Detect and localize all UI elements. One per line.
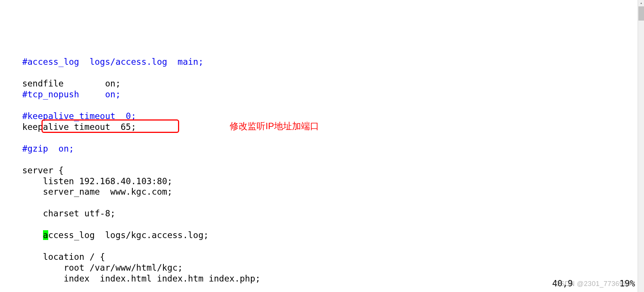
config-line-keepalive: keepalive_timeout 65; [1,122,136,132]
config-comment: #access_log logs/access.log main; [1,57,203,67]
config-line-accesslog: access_log logs/kgc.access.log; [1,230,209,240]
scroll-up-arrow[interactable]: ▴ [638,0,644,6]
config-comment: #keepalive_timeout 0; [1,111,136,121]
config-line-root: root /var/www/html/kgc; [1,263,183,273]
config-line-charset: charset utf-8; [1,209,116,218]
watermark-text: CSDN @2301_77369997 [555,280,635,288]
config-line-listen: listen 192.168.40.103:80; [1,176,172,186]
config-comment: #gzip on; [1,144,74,153]
config-line-server: server { [1,165,64,175]
config-line-location: location / { [1,252,105,262]
cursor-position: a [43,230,48,240]
scrollbar-thumb[interactable] [638,6,644,21]
config-line-index: index index.html index.htm index.php; [1,274,260,283]
config-line-servername: server_name www.kgc.com; [1,187,172,197]
editor-viewport[interactable]: #access_log logs/access.log main; sendfi… [0,43,644,292]
config-line-sendfile: sendfile on; [1,79,121,88]
vertical-scrollbar[interactable]: ▴ [638,0,644,292]
config-comment: #tcp_nopush on; [1,89,121,99]
